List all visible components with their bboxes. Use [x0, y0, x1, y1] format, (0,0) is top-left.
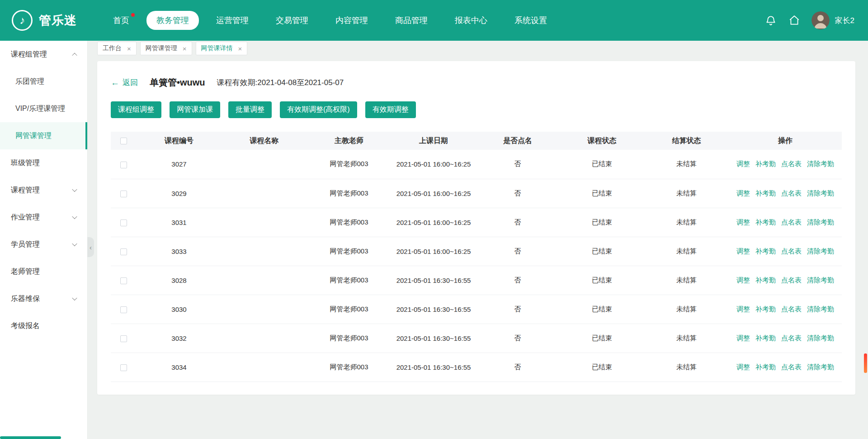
row-action-clear-attendance[interactable]: 清除考勤 [807, 160, 834, 167]
avatar[interactable] [811, 11, 830, 29]
row-action-roll-sheet[interactable]: 点名表 [781, 247, 802, 255]
cell-teacher: 网管老师003 [307, 295, 392, 324]
horizontal-scrollbar-thumb[interactable] [0, 436, 61, 439]
row-action-roll-sheet[interactable]: 点名表 [781, 160, 802, 167]
logo[interactable]: ♪ 管乐迷 [12, 10, 77, 31]
row-checkbox-cell [111, 353, 136, 382]
row-checkbox[interactable] [120, 277, 127, 284]
home-icon[interactable] [788, 14, 801, 27]
row-action-roll-sheet[interactable]: 点名表 [781, 218, 802, 226]
nav-item[interactable]: 商品管理 [385, 11, 438, 30]
bell-icon[interactable] [764, 14, 777, 27]
row-action-roll-sheet[interactable]: 点名表 [781, 334, 802, 342]
tab-close-icon[interactable]: × [127, 45, 131, 52]
row-action-clear-attendance[interactable]: 清除考勤 [807, 363, 834, 371]
row-action-roll-sheet[interactable]: 点名表 [781, 189, 802, 197]
detail-header: ←返回 单簧管•wuwu 课程有效期:2021-04-08至2021-05-07 [111, 76, 842, 89]
table-row: 3031网管老师0032021-05-01 16:00~16:25否已结束未结算… [111, 208, 842, 237]
toolbar-button[interactable]: 批量调整 [228, 101, 272, 118]
row-action-adjust[interactable]: 调整 [736, 305, 750, 313]
username[interactable]: 家长2 [835, 15, 854, 26]
nav-item[interactable]: 系统设置 [505, 11, 557, 30]
row-checkbox-cell [111, 179, 136, 208]
row-action-adjust[interactable]: 调整 [736, 247, 750, 255]
cell-course-id: 3033 [136, 237, 222, 266]
sidebar-item[interactable]: 网管课管理 [0, 122, 87, 149]
row-checkbox[interactable] [120, 335, 127, 342]
row-checkbox[interactable] [120, 162, 127, 168]
row-action-makeup-attendance[interactable]: 补考勤 [755, 218, 776, 226]
row-action-adjust[interactable]: 调整 [736, 363, 750, 371]
select-all-checkbox[interactable] [120, 138, 127, 144]
cell-roll-called: 否 [476, 179, 560, 208]
logo-icon: ♪ [12, 10, 33, 31]
row-action-clear-attendance[interactable]: 清除考勤 [807, 305, 834, 313]
toolbar-button[interactable]: 有效期调整(高权限) [280, 101, 357, 118]
row-action-roll-sheet[interactable]: 点名表 [781, 276, 802, 284]
cell-teacher: 网管老师003 [307, 266, 392, 295]
row-action-clear-attendance[interactable]: 清除考勤 [807, 218, 834, 226]
course-table-head: 课程编号课程名称主教老师上课日期是否点名课程状态结算状态操作 [111, 132, 842, 150]
tab[interactable]: 工作台× [97, 42, 137, 55]
row-checkbox[interactable] [120, 306, 127, 313]
tab[interactable]: 网管课详情× [196, 42, 248, 55]
row-action-adjust[interactable]: 调整 [736, 276, 750, 284]
sidebar-item[interactable]: 课程组管理 [0, 41, 87, 68]
sidebar-item[interactable]: 学员管理 [0, 231, 87, 258]
cell-course-status: 已结束 [560, 266, 644, 295]
vertical-scrollbar-thumb[interactable] [864, 353, 867, 373]
tab[interactable]: 网管课管理× [140, 42, 192, 55]
toolbar-button[interactable]: 网管课加课 [170, 101, 220, 118]
row-action-adjust[interactable]: 调整 [736, 334, 750, 342]
sidebar-item[interactable]: 考级报名 [0, 312, 87, 339]
nav-item[interactable]: 交易管理 [266, 11, 318, 30]
row-action-clear-attendance[interactable]: 清除考勤 [807, 276, 834, 284]
nav-item[interactable]: 内容管理 [326, 11, 378, 30]
row-action-roll-sheet[interactable]: 点名表 [781, 363, 802, 371]
cell-roll-called: 否 [476, 324, 560, 353]
nav-item[interactable]: 报表中心 [445, 11, 497, 30]
sidebar: 课程组管理 乐团管理 VIP/乐理课管理 网管课管理 班级管理 课程管理 作业管… [0, 41, 87, 439]
nav-item[interactable]: 运营管理 [206, 11, 259, 30]
sidebar-item[interactable]: 乐器维保 [0, 285, 87, 312]
sidebar-item[interactable]: 作业管理 [0, 204, 87, 231]
back-button[interactable]: ←返回 [111, 77, 138, 88]
row-action-adjust[interactable]: 调整 [736, 160, 750, 167]
row-checkbox[interactable] [120, 220, 127, 226]
nav-item-label: 运营管理 [216, 16, 249, 25]
row-checkbox[interactable] [120, 191, 127, 197]
row-action-makeup-attendance[interactable]: 补考勤 [755, 247, 776, 255]
row-action-clear-attendance[interactable]: 清除考勤 [807, 247, 834, 255]
row-action-makeup-attendance[interactable]: 补考勤 [755, 189, 776, 197]
row-action-roll-sheet[interactable]: 点名表 [781, 305, 802, 313]
sidebar-item-label: 考级报名 [11, 321, 40, 331]
row-checkbox[interactable] [120, 248, 127, 255]
cell-settlement-status: 未结算 [644, 353, 729, 382]
toolbar-button[interactable]: 有效期调整 [365, 101, 416, 118]
row-action-adjust[interactable]: 调整 [736, 189, 750, 197]
tab-close-icon[interactable]: × [183, 45, 187, 52]
row-action-makeup-attendance[interactable]: 补考勤 [755, 160, 776, 167]
row-action-clear-attendance[interactable]: 清除考勤 [807, 334, 834, 342]
sidebar-collapse-handle[interactable]: ‹ [87, 237, 94, 257]
cell-teacher: 网管老师003 [307, 179, 392, 208]
cell-settlement-status: 未结算 [644, 237, 729, 266]
row-action-makeup-attendance[interactable]: 补考勤 [755, 305, 776, 313]
row-action-makeup-attendance[interactable]: 补考勤 [755, 276, 776, 284]
nav-item[interactable]: 教务管理 [146, 11, 199, 30]
toolbar-button[interactable]: 课程组调整 [111, 101, 161, 118]
row-actions-cell: 调整补考勤点名表清除考勤 [729, 324, 842, 353]
sidebar-item[interactable]: 老师管理 [0, 258, 87, 285]
sidebar-item[interactable]: 课程管理 [0, 177, 87, 204]
row-action-makeup-attendance[interactable]: 补考勤 [755, 363, 776, 371]
row-action-adjust[interactable]: 调整 [736, 218, 750, 226]
sidebar-item[interactable]: 乐团管理 [0, 68, 87, 95]
nav-item[interactable]: 首页 [103, 11, 139, 30]
row-action-clear-attendance[interactable]: 清除考勤 [807, 189, 834, 197]
row-action-makeup-attendance[interactable]: 补考勤 [755, 334, 776, 342]
sidebar-item[interactable]: 班级管理 [0, 149, 87, 177]
tab-close-icon[interactable]: × [238, 45, 242, 52]
chevron-icon [72, 187, 77, 192]
sidebar-item[interactable]: VIP/乐理课管理 [0, 95, 87, 122]
row-checkbox[interactable] [120, 364, 127, 371]
